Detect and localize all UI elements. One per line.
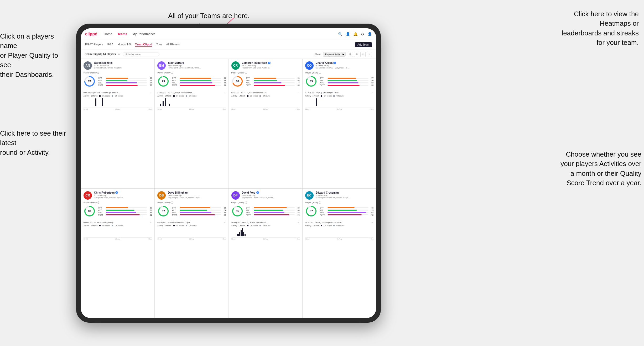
stat-bar: [180, 80, 211, 81]
stat-row-putt: PUTT 86: [320, 84, 373, 86]
quality-ring-container[interactable]: 87: [305, 205, 317, 218]
svg-text:74: 74: [88, 80, 91, 83]
stat-bar-container: [180, 214, 221, 215]
latest-round[interactable]: 07 Aug 23 | 77 (+7), St George's Hill GC…: [305, 90, 373, 94]
stat-row-arg: ARG 75: [246, 82, 300, 84]
quality-ring-container[interactable]: 85: [231, 205, 243, 218]
stat-bar: [328, 212, 366, 213]
player-name[interactable]: Edward Crossman: [316, 191, 373, 194]
chart-area: [231, 98, 300, 108]
verified-badge: ✓: [268, 62, 271, 64]
player-name[interactable]: Charlie Quick ✓: [316, 61, 373, 64]
stat-bar: [328, 78, 356, 79]
activity-header: Activity · 1 Month On course Off course: [231, 225, 300, 227]
chart-bar-on-course: [102, 98, 103, 106]
edit-icon[interactable]: ✏: [118, 53, 120, 56]
stat-row-putt: PUTT 92: [320, 214, 373, 216]
quality-ring: 74: [84, 75, 96, 87]
latest-round[interactable]: 26 Aug 23 | 84 (+12), Royal North Devon …: [231, 220, 300, 224]
stat-label-app: APP: [98, 209, 105, 211]
stat-bar-container: [254, 78, 295, 79]
player-name[interactable]: Dave Billingham: [168, 191, 226, 194]
grid-view-button[interactable]: ⊞: [348, 52, 353, 57]
show-select[interactable]: Player Activity: [323, 52, 346, 57]
quality-ring-container[interactable]: 82: [84, 205, 96, 218]
player-card: AN Aaron Nicholls 11:15 Handicap Drift G…: [81, 59, 154, 188]
settings-icon[interactable]: ⚙: [361, 32, 364, 36]
quality-ring-container[interactable]: 83: [305, 75, 317, 88]
list-view-button[interactable]: ⊟: [354, 52, 359, 57]
search-icon[interactable]: 🔍: [338, 32, 342, 36]
latest-round[interactable]: 18 Jul 23 | 74 (+4), Sunningdale GC - Ol…: [305, 220, 373, 224]
activity-header: Activity · 1 Month On course Off course: [231, 95, 300, 97]
legend-on-course: [321, 95, 322, 97]
player-card: CR Cameron Robertson ✓ 11:15 Handicap Ro…: [229, 59, 302, 188]
player-card: BM Blair McHarg Plus Handicap Royal Nort…: [155, 59, 228, 188]
profile-icon[interactable]: 👤: [346, 32, 350, 36]
quality-section: 93 OTT 84 APP 85 ARG: [157, 75, 226, 88]
player-name[interactable]: Chris Robertson ✓: [94, 191, 152, 194]
subnav-all-players[interactable]: All Players: [166, 43, 180, 47]
player-name[interactable]: Aaron Nicholls: [94, 61, 152, 64]
avatar: DF: [231, 191, 240, 200]
stat-label-putt: PUTT: [172, 84, 179, 86]
stat-bar: [180, 85, 215, 86]
latest-round[interactable]: 03 Mar 23 | 19, Must make putting →: [84, 220, 152, 224]
chart-bar-on-course: [160, 104, 161, 106]
activity-header: Activity · 1 Month On course Off course: [157, 95, 226, 97]
nav-home[interactable]: Home: [104, 32, 112, 36]
legend-off-course: [112, 225, 113, 226]
nav-my-performance[interactable]: My Performance: [132, 32, 155, 36]
stat-value-arg: 88: [222, 82, 226, 84]
quality-ring-container[interactable]: 87: [157, 205, 169, 218]
chart-x-labels: 31 Jul 21 Aug 4 Sep: [157, 238, 226, 240]
stat-label-arg: ARG: [98, 212, 105, 214]
subnav-pgat[interactable]: PGAT Players: [85, 43, 103, 47]
stat-label-app: APP: [98, 79, 105, 81]
legend-off-course: [333, 95, 335, 97]
player-card-header: DB Dave Billingham Plus Handicap Sog Mag…: [157, 191, 226, 200]
player-info: Cameron Robertson ✓ 11:15 Handicap Royal…: [242, 61, 300, 69]
legend-on-course-label: On course: [102, 225, 110, 227]
quality-ring-container[interactable]: 93: [157, 75, 169, 88]
verified-badge: ✓: [333, 62, 336, 64]
avatar-icon[interactable]: 👤: [367, 32, 372, 36]
quality-ring-container[interactable]: 74: [84, 75, 96, 88]
legend-off-course: [259, 95, 261, 97]
quality-section: 82 OTT 60 APP 77 ARG: [84, 205, 152, 218]
quality-ring: 87: [305, 205, 317, 217]
bell-icon[interactable]: 🔔: [353, 32, 358, 36]
add-team-button[interactable]: Add Team: [355, 42, 372, 47]
team-header: Team Clippd | 14 Players ✏ Show: Player …: [81, 50, 376, 59]
chart-bars: [157, 228, 226, 236]
stat-value-putt: 95: [222, 84, 226, 86]
player-name[interactable]: Cameron Robertson ✓: [242, 61, 300, 64]
stat-row-ott: OTT 82: [172, 207, 226, 209]
latest-round[interactable]: 02 Jul 23 | 59 (+17), Craigmillar Park G…: [231, 90, 300, 94]
latest-round[interactable]: 26 Aug 23 | 73 (+1), Royal North Devon G…: [157, 90, 226, 94]
player-name[interactable]: David Ford ✓: [242, 191, 300, 194]
filter-button[interactable]: ▼: [360, 52, 366, 57]
latest-round[interactable]: 04 Sep 23 | Mobility with coach, Gym →: [157, 220, 226, 224]
subnav-tour[interactable]: Tour: [156, 43, 162, 47]
legend-on-course: [247, 225, 248, 226]
stat-bar-container: [254, 210, 295, 211]
subnav-pga[interactable]: PGA: [107, 43, 113, 47]
quality-ring: 93: [157, 75, 169, 87]
stat-bar: [180, 207, 210, 208]
stat-bar-container: [106, 80, 147, 81]
stat-label-ott: OTT: [320, 77, 327, 79]
subnav-hcaps[interactable]: Hcaps 1-5: [118, 43, 131, 47]
search-input[interactable]: [123, 52, 159, 56]
nav-teams[interactable]: Teams: [117, 32, 127, 36]
activity-section: Activity · 1 Month On course Off course: [231, 225, 300, 240]
activity-legend: On course Off course: [247, 95, 271, 97]
sort-button[interactable]: ↕: [367, 52, 372, 57]
latest-round[interactable]: 02 Sep 23 | Sunset round to get back int…: [84, 90, 152, 94]
subnav-team-clippd[interactable]: Team Clippd: [135, 43, 152, 47]
stats-grid: OTT 73 APP 79 ARG 103 PUTT: [320, 207, 373, 216]
stat-label-app: APP: [246, 79, 253, 81]
x-label-1: 31 Jul: [84, 238, 88, 240]
quality-ring-container[interactable]: 68: [231, 75, 243, 88]
player-name[interactable]: Blair McHarg: [168, 61, 226, 64]
